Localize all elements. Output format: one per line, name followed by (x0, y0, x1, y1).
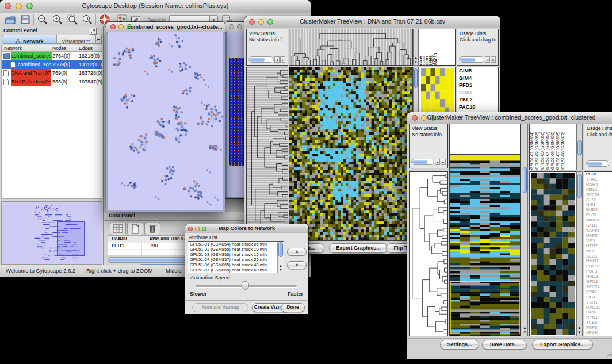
scroll-left-icon[interactable]: ◂ (435, 159, 440, 165)
attribute-list-item[interactable]: GPL51-06 (GSM865) heat shock 40 min (188, 262, 284, 267)
scroll-down-icon[interactable]: ▼ (278, 268, 284, 272)
zoom-out-icon[interactable] (37, 14, 48, 25)
gene-label[interactable]: YSH1 (584, 300, 612, 305)
column-label[interactable]: GPL51-02 (GSM855) (535, 125, 540, 170)
tab-vizmapper[interactable]: VizMapper™ (56, 35, 95, 44)
network-list-row[interactable]: DNA and Tran 07769(0)183728(0) (2, 69, 102, 78)
scroll-thumb[interactable] (577, 140, 582, 155)
zoom-selected-icon[interactable] (82, 14, 93, 25)
tv2-labels-scrollbar[interactable] (576, 124, 583, 170)
new-document-icon[interactable] (127, 223, 143, 235)
gene-label[interactable]: RPO21 (584, 305, 612, 311)
close-button[interactable] (412, 115, 418, 121)
column-label[interactable]: PAC10 (434, 30, 437, 65)
gene-label[interactable]: GIM4 (457, 75, 498, 82)
gene-label[interactable]: PUF3 (584, 269, 612, 274)
gene-label[interactable]: SEC1 (584, 254, 612, 259)
dialog-titlebar[interactable]: Map Colors to Network (185, 224, 308, 233)
gene-label[interactable]: MSI1 (584, 249, 612, 254)
save-icon[interactable] (20, 14, 31, 25)
attribute-list-item[interactable]: GPL51-03 (GSM856) heat shock 15 min (188, 252, 284, 257)
scroll-up-icon[interactable]: ▲ (577, 326, 582, 330)
tv2-heatmap-scrollbar[interactable]: ▲ ▼ (522, 124, 528, 336)
minimize-button[interactable] (118, 24, 124, 29)
gene-label[interactable]: PAC10 (457, 104, 498, 111)
scroll-down-icon[interactable]: ▼ (577, 331, 582, 335)
scroll-up-icon[interactable]: ▲ (522, 326, 527, 330)
gene-label[interactable]: MON2 (584, 331, 612, 336)
save-data-button[interactable]: Save Data... (482, 340, 527, 350)
zoom-fit-icon[interactable] (67, 14, 78, 25)
gene-label[interactable]: SPC98 (584, 193, 612, 198)
scroll-down-icon[interactable]: ▼ (414, 60, 418, 64)
done-button[interactable]: Done (281, 303, 305, 312)
treeview2-titlebar[interactable]: ClusterMaker TreeView : combined_scores_… (407, 112, 612, 124)
tv1-vs-scrollbar[interactable] (248, 56, 274, 63)
attribute-list-item[interactable]: GPL51-04 (GSM857) heat shock 20 min (188, 257, 284, 262)
gene-label[interactable]: GTB1 (584, 223, 612, 228)
move-down-button[interactable]: ∨ (287, 261, 307, 269)
network-list-row[interactable]: combined_scores2764(0)16218(0) (2, 52, 102, 60)
gene-label[interactable]: SEC24 (584, 285, 612, 290)
gene-label[interactable]: YKE2 (457, 96, 498, 104)
scroll-thumb[interactable] (460, 58, 475, 62)
scroll-thumb[interactable] (523, 167, 527, 193)
export-graphics-button[interactable]: Export Graphics... (329, 243, 388, 253)
gene-label[interactable]: HAP3 (584, 233, 612, 239)
zoom-in-icon[interactable] (52, 14, 63, 25)
tv1-heatmap[interactable] (289, 67, 413, 241)
network-table-header[interactable]: Network Nodes Edges (1, 45, 102, 52)
gene-label[interactable]: PFD1 (584, 172, 612, 177)
gene-label[interactable]: NIS1 (584, 202, 612, 208)
gene-label[interactable]: KAP95 (584, 228, 612, 233)
gene-label[interactable]: BUD4 (584, 208, 612, 213)
attribute-list[interactable]: GPL51-01 (GSM854) heat shock 05 minGPL51… (188, 241, 284, 273)
open-folder-icon[interactable] (5, 14, 16, 25)
column-label[interactable]: GPL51-08 (GSM872) (561, 125, 566, 170)
scroll-thumb[interactable] (587, 162, 602, 166)
tv2-vs-scrollbar[interactable] (411, 159, 434, 165)
scroll-left-icon[interactable]: ◂ (485, 56, 490, 63)
scroll-left-icon[interactable]: ◂ (274, 56, 280, 63)
tv1-uh-scrollbar[interactable] (459, 56, 484, 63)
speed-slider-thumb[interactable] (242, 281, 249, 290)
gene-label[interactable]: NTR2 (584, 244, 612, 249)
tabs-overflow-button[interactable]: ▶ (95, 35, 102, 44)
minimize-button[interactable] (237, 24, 242, 29)
gene-label[interactable]: HRD3 (584, 274, 612, 279)
gene-label[interactable]: VIP1 (584, 239, 612, 244)
column-label[interactable]: GPL51-03 (GSM856) (540, 125, 545, 170)
gene-label[interactable]: PFD1 (457, 82, 498, 89)
scroll-thumb[interactable] (577, 174, 582, 198)
column-label[interactable]: GPL51-07 (GSM868) (556, 125, 561, 170)
tab-network[interactable]: Network (2, 35, 56, 44)
network-list-row[interactable]: RNAPuberNov2+563(0)107847(0) (2, 78, 102, 86)
scroll-up-icon[interactable]: ▲ (414, 56, 418, 60)
scroll-thumb[interactable] (414, 68, 418, 88)
float-panel-icon[interactable] (90, 28, 97, 35)
gene-label[interactable]: MSL1 (584, 187, 612, 193)
move-up-button[interactable]: ∧ (287, 248, 307, 256)
scroll-thumb[interactable] (250, 58, 265, 62)
tv2-column-dendrogram[interactable] (449, 124, 521, 154)
scroll-right-icon[interactable]: ▸ (491, 56, 496, 63)
network1-canvas[interactable] (108, 32, 223, 210)
gene-label[interactable]: GPI16 (584, 279, 612, 285)
attribute-list-scrollbar[interactable]: ▲ ▼ (277, 242, 284, 273)
tv2-zoom-heatmap[interactable] (529, 171, 576, 336)
dense-network-grid[interactable] (230, 58, 245, 166)
gene-label[interactable]: PEP5 (584, 325, 612, 331)
gene-label[interactable]: HMG1 (584, 259, 612, 264)
scroll-thumb[interactable] (412, 160, 427, 164)
gene-label[interactable]: MAK31 (584, 218, 612, 223)
scroll-right-icon[interactable]: ▸ (441, 159, 446, 165)
tv2-uh-scrollbar[interactable] (586, 160, 609, 167)
network-list-row[interactable]: combined_sco2569(6)13112(15) (2, 60, 102, 69)
tv1-column-dendrogram[interactable] (289, 29, 413, 66)
export-graphics-button[interactable]: Export Graphics... (532, 340, 593, 350)
animate-vizmap-button[interactable]: Animate Vizmap (192, 303, 248, 312)
treeview1-titlebar[interactable]: ClusterMaker TreeView : DNA and Tran 07-… (244, 16, 500, 28)
gene-label[interactable]: PHO81 (584, 264, 612, 269)
resize-grip[interactable] (606, 351, 612, 358)
gene-label[interactable]: FIG4 (584, 295, 612, 300)
